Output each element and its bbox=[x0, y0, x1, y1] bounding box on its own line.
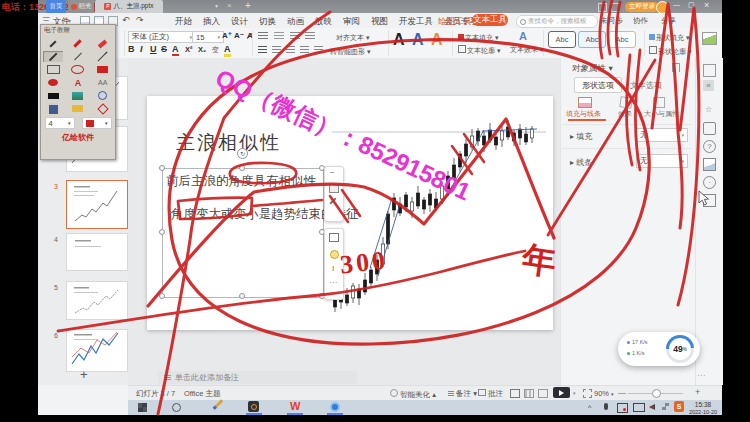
tab-list-icon[interactable]: ▾ bbox=[215, 2, 218, 9]
selection-handle[interactable] bbox=[239, 293, 245, 299]
open-tool-icon[interactable] bbox=[68, 103, 88, 114]
indent-icon[interactable] bbox=[305, 32, 315, 40]
tab-document[interactable]: P 八、主浪.pptx bbox=[95, 0, 163, 13]
outdent-icon[interactable] bbox=[290, 32, 300, 40]
underline-button[interactable]: U bbox=[150, 44, 157, 54]
crop-icon[interactable] bbox=[329, 233, 339, 242]
file-menu-caret[interactable]: ▾ bbox=[68, 17, 71, 24]
line-tool-icon-selected[interactable] bbox=[43, 51, 63, 62]
notes-bar[interactable]: 单击此处添加备注 bbox=[158, 371, 357, 384]
speed-widget[interactable]: 17 K/s 1 K/s 49% bbox=[618, 332, 700, 366]
tab-text-tools[interactable]: 文本工具 bbox=[472, 14, 508, 26]
bullet-list-icon[interactable] bbox=[258, 32, 268, 40]
filled-ellipse-tool-icon[interactable] bbox=[43, 77, 63, 88]
rect-tool-icon[interactable] bbox=[43, 64, 63, 75]
align-text-button[interactable]: 对齐文本 ▾ bbox=[336, 33, 369, 43]
windows-grid-icon[interactable] bbox=[611, 3, 620, 12]
maximize-button[interactable]: ▢ bbox=[688, 1, 695, 9]
layout-mode-icon[interactable] bbox=[598, 3, 607, 12]
reading-view-icon[interactable] bbox=[538, 389, 548, 398]
login-button[interactable]: 立即登录 bbox=[625, 2, 659, 12]
justify-icon[interactable] bbox=[300, 46, 309, 53]
collapse-icon[interactable]: − bbox=[330, 168, 335, 177]
play-slideshow-button[interactable] bbox=[553, 387, 570, 398]
font-name-select[interactable]: 宋体 (正文) ▾ bbox=[128, 31, 196, 43]
theme-name[interactable]: Office 主题 bbox=[184, 389, 221, 399]
sorter-view-icon[interactable] bbox=[524, 389, 534, 398]
text-outline-button[interactable]: 文本轮廓 ▾ bbox=[458, 45, 500, 56]
help-icon[interactable]: ? bbox=[703, 140, 716, 153]
sync-status[interactable]: 未同步 bbox=[600, 16, 623, 26]
image-icon[interactable] bbox=[703, 158, 716, 171]
shape-style-3[interactable]: Abc bbox=[608, 31, 636, 48]
tab-devtools[interactable]: 开发工具 bbox=[399, 16, 433, 28]
shape-style-2[interactable]: Abc bbox=[578, 31, 606, 48]
align-left-icon[interactable] bbox=[258, 46, 267, 53]
increase-font-button[interactable]: A⁺ bbox=[222, 31, 232, 40]
wordart-preset-3[interactable]: A bbox=[431, 31, 443, 49]
share-button[interactable]: 分享 bbox=[661, 16, 676, 26]
tab-home[interactable]: 首页 bbox=[46, 0, 66, 13]
text-aa-tool-icon[interactable]: AA bbox=[93, 77, 113, 88]
layout-icon[interactable] bbox=[329, 184, 339, 193]
s-app-tray-icon[interactable]: S bbox=[674, 401, 684, 412]
marker-tool-icon[interactable] bbox=[93, 38, 113, 49]
rotate-handle[interactable]: ↻ bbox=[237, 148, 248, 159]
subtab-effect[interactable]: 效果 bbox=[618, 109, 632, 119]
fill-section[interactable]: ▸ 填充 bbox=[570, 131, 592, 142]
tab-text-options[interactable]: 文本选项 bbox=[630, 80, 662, 91]
text-effect-button[interactable]: 文本效果 ▾ bbox=[510, 45, 543, 55]
record-icon[interactable] bbox=[617, 403, 628, 413]
tray-expand-icon[interactable]: ^ bbox=[588, 404, 591, 411]
tab-view[interactable]: 视图 bbox=[371, 16, 388, 28]
play-caret[interactable]: ▾ bbox=[573, 390, 576, 396]
superscript-button[interactable]: X² bbox=[185, 45, 193, 54]
tab-docer[interactable]: 稻壳 bbox=[68, 0, 94, 13]
bold-button[interactable]: B bbox=[128, 44, 135, 54]
tab-close-icon[interactable]: × bbox=[227, 1, 232, 10]
blackboard-tool-icon[interactable] bbox=[43, 90, 63, 101]
gear-app-icon[interactable] bbox=[248, 401, 259, 412]
text-fill-button[interactable]: 文本填充 ▾ bbox=[458, 33, 498, 43]
shape-fill-button[interactable]: 形状填充 ▾ bbox=[649, 33, 689, 43]
line-section[interactable]: ▸ 线条 bbox=[570, 157, 592, 168]
font-color-button[interactable]: A bbox=[172, 44, 179, 56]
shape-outline-button[interactable]: 形状轮廓 ▾ bbox=[649, 46, 691, 57]
screenshot-tool-icon[interactable] bbox=[68, 90, 88, 101]
pen-color-select[interactable]: ▾ bbox=[82, 117, 112, 129]
tab-transition[interactable]: 切换 bbox=[259, 16, 276, 28]
tab-slideshow[interactable]: 放映 bbox=[315, 16, 332, 28]
insert-picture-icon[interactable] bbox=[702, 32, 717, 45]
minimize-button[interactable]: — bbox=[673, 1, 680, 8]
redo-icon[interactable]: ↷ bbox=[136, 15, 144, 25]
camera-icon[interactable] bbox=[703, 194, 716, 207]
idea-bulb-icon[interactable] bbox=[330, 250, 339, 259]
decrease-font-button[interactable]: A⁻ bbox=[234, 31, 244, 40]
tab-review[interactable]: 审阅 bbox=[343, 16, 360, 28]
diamond-tool-icon[interactable] bbox=[93, 103, 113, 114]
slide-thumb-3-selected[interactable] bbox=[66, 180, 128, 229]
undo-icon[interactable]: ↶ bbox=[122, 15, 130, 25]
grid-tray-icon[interactable] bbox=[662, 403, 669, 410]
comment-icon[interactable] bbox=[703, 122, 716, 135]
brush-tool-icon[interactable] bbox=[68, 38, 88, 49]
notes-toggle[interactable]: 备注 ▾ bbox=[448, 389, 477, 399]
new-tab-button[interactable]: + bbox=[245, 0, 251, 11]
zoom-slider-knob[interactable] bbox=[652, 389, 661, 398]
tab-start[interactable]: 开始 bbox=[175, 16, 192, 28]
zoom-out-button[interactable]: — bbox=[618, 388, 626, 397]
pen-width-select[interactable]: 4▾ bbox=[45, 117, 75, 129]
start-button[interactable] bbox=[138, 403, 147, 412]
pen-tool-icon[interactable] bbox=[43, 38, 63, 49]
volume-muted-icon[interactable]: × bbox=[649, 404, 655, 410]
selection-handle[interactable] bbox=[159, 165, 165, 171]
resources-star-icon[interactable]: ☆ bbox=[703, 104, 714, 115]
collab-button[interactable]: 协作 bbox=[633, 16, 648, 26]
command-search[interactable]: 查找命令，搜索模板 bbox=[516, 15, 598, 28]
distribute-icon[interactable] bbox=[314, 46, 323, 53]
font-size-select[interactable]: 15 ▾ bbox=[192, 31, 224, 43]
slide-thumb-5[interactable] bbox=[66, 281, 128, 320]
normal-view-icon[interactable] bbox=[510, 389, 520, 398]
comments-toggle[interactable]: 批注 bbox=[478, 389, 503, 399]
save-tool-icon[interactable] bbox=[43, 103, 63, 114]
